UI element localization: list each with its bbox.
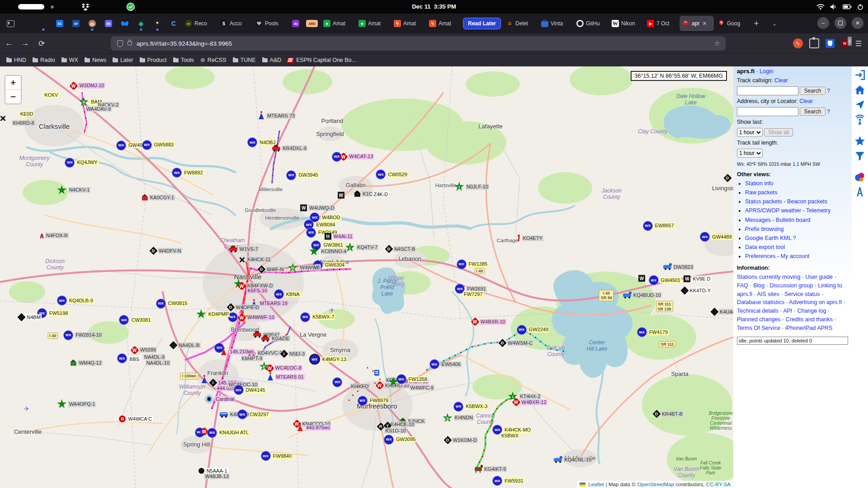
station-houseB-icon[interactable] xyxy=(354,193,360,197)
station-marker[interactable]: WM4Q-12 xyxy=(71,360,102,366)
station-bd-icon[interactable]: D xyxy=(443,436,452,444)
station-sign-icon[interactable] xyxy=(374,370,379,376)
station-wred-icon[interactable]: W xyxy=(471,317,480,326)
minimize-button[interactable]: – xyxy=(817,17,829,29)
station-marker[interactable]: DN4SCT-B xyxy=(386,246,416,252)
station-eye-icon[interactable] xyxy=(205,394,213,403)
station-marker[interactable]: K5BWX xyxy=(499,433,520,439)
station-van-icon[interactable] xyxy=(220,413,228,417)
station-wx-icon[interactable]: WX xyxy=(156,299,166,309)
address-search-button[interactable]: Search xyxy=(800,108,825,116)
browser-tab[interactable]: ◆ xyxy=(133,16,149,31)
browser-tab[interactable]: ARD xyxy=(304,16,320,31)
browser-tab[interactable]: WNikon xyxy=(609,16,643,31)
sidebar-link[interactable]: Telemetry xyxy=(806,207,830,214)
station-star-icon[interactable]: I xyxy=(345,243,355,253)
station-house-icon[interactable] xyxy=(142,197,148,201)
station-marker[interactable]: KD4PMP xyxy=(196,309,230,319)
browser-tab[interactable]: ϟAmat xyxy=(391,16,425,31)
browser-tab[interactable] xyxy=(117,16,132,31)
station-marker[interactable]: WXGW2249 xyxy=(517,325,549,335)
station-marker[interactable]: WXFW5198 xyxy=(37,308,69,318)
station-star-icon[interactable]: I xyxy=(454,182,464,192)
bookmark-item[interactable]: News xyxy=(85,57,106,63)
station-marker[interactable]: KK4TD-Y xyxy=(682,287,712,293)
station-marker[interactable]: KS1O-10 xyxy=(383,427,406,433)
license-link[interactable]: CC-BY-SA xyxy=(706,482,731,487)
station-marker[interactable]: KC8NNO-4 xyxy=(309,246,348,256)
activities-pill[interactable] xyxy=(18,4,44,9)
station-marker[interactable]: W4WFC-9 xyxy=(408,385,434,390)
sidebar-link[interactable]: Data export tool xyxy=(745,244,785,250)
tab-group-label[interactable]: Read Later xyxy=(463,18,501,29)
station-wx-icon[interactable]: WX xyxy=(57,296,67,305)
station-bd-icon[interactable]: I xyxy=(280,350,288,358)
station-marker[interactable]: W xyxy=(338,192,344,198)
power-icon[interactable] xyxy=(857,4,863,10)
station-marker[interactable]: N5AAA-1 xyxy=(198,468,228,474)
info-link[interactable]: Terms Of Service xyxy=(737,325,780,331)
station-car-icon[interactable] xyxy=(253,333,261,337)
sidebar-link[interactable]: Bulletin board xyxy=(776,217,810,223)
station-marker[interactable]: WXFW9840 xyxy=(261,451,293,461)
station-wx-icon[interactable]: WX xyxy=(517,325,527,335)
station-marker[interactable]: KO4ETY xyxy=(517,235,543,242)
info-link[interactable]: FAQ xyxy=(737,282,748,289)
station-ant-icon[interactable] xyxy=(258,112,265,119)
station-wx-icon[interactable]: WX xyxy=(286,170,296,180)
station-car-icon[interactable] xyxy=(272,146,280,150)
bookmark-item[interactable]: ESPN Capital One Bo... xyxy=(288,57,356,63)
station-wred-icon[interactable]: W xyxy=(339,152,348,161)
callsign-help-link[interactable]: ? xyxy=(827,88,830,94)
address-help-link[interactable]: ? xyxy=(827,108,830,115)
station-xb-icon[interactable] xyxy=(239,257,245,263)
sidebar-link[interactable]: Station info xyxy=(745,180,774,187)
station-marker[interactable]: WXCW0815 xyxy=(156,299,189,309)
show-last-select[interactable]: 1 hour xyxy=(737,128,763,137)
station-marker[interactable]: N4CKV-1 xyxy=(57,185,91,195)
station-marker[interactable]: N4BM xyxy=(19,314,42,320)
station-marker[interactable] xyxy=(201,376,208,383)
station-wx-icon[interactable]: WX xyxy=(637,327,647,337)
browser-tab[interactable]: +Amat xyxy=(321,16,355,31)
station-wx-icon[interactable]: WX xyxy=(396,374,406,384)
station-wx-icon[interactable]: WX xyxy=(300,312,310,322)
station-wx-icon[interactable]: WX xyxy=(172,168,182,178)
browser-tab[interactable]: ≡Delet xyxy=(503,16,538,31)
station-marker[interactable]: WX xyxy=(332,377,342,387)
info-link[interactable]: Database statistics xyxy=(737,299,784,305)
address-input[interactable] xyxy=(737,107,798,116)
station-truck-icon[interactable] xyxy=(663,265,671,269)
station-wx-icon[interactable]: WX xyxy=(116,141,126,150)
station-marker[interactable]: BBS xyxy=(127,357,140,362)
tab-list-chevron-icon[interactable]: ⌄ xyxy=(768,17,781,30)
station-marker[interactable]: WXCW3081 xyxy=(119,315,151,325)
station-person-icon[interactable] xyxy=(517,235,521,242)
station-wx-icon[interactable]: WX xyxy=(117,353,127,363)
station-marker[interactable]: WXFW1358 xyxy=(396,374,429,384)
station-bsq-icon[interactable]: W xyxy=(638,275,645,282)
station-star-icon[interactable] xyxy=(196,309,206,319)
callsign-search-button[interactable]: Search xyxy=(800,87,825,95)
station-bd-icon[interactable] xyxy=(18,313,26,321)
browser-tab[interactable]: 31 xyxy=(52,16,67,31)
station-marker[interactable]: IN0JLF-10 xyxy=(454,182,489,192)
station-wx-icon[interactable]: WX xyxy=(119,315,129,325)
station-marker[interactable]: DW4WCA C xyxy=(119,415,153,422)
browser-tab[interactable]: C xyxy=(166,16,181,31)
station-marker[interactable]: SKI4NDN xyxy=(443,413,474,423)
browser-tab[interactable] xyxy=(36,16,51,31)
station-car-icon[interactable] xyxy=(229,247,237,251)
station-marker[interactable]: HW4AI-11 xyxy=(325,233,354,240)
station-marker[interactable]: W4BJB-13 xyxy=(203,473,230,479)
info-link[interactable]: Change log xyxy=(797,308,826,314)
station-wx-icon[interactable]: WX xyxy=(261,451,271,461)
browser-tab[interactable]: GitHu xyxy=(574,16,608,31)
station-bd-icon[interactable]: D xyxy=(724,174,732,182)
bookmark-item[interactable]: Product xyxy=(140,57,167,63)
station-wred-icon[interactable]: W xyxy=(70,81,79,90)
station-marker[interactable]: WW4WWF-10 xyxy=(239,314,275,321)
station-bd-icon[interactable] xyxy=(169,341,177,349)
station-wx-icon[interactable]: WX xyxy=(63,330,73,340)
extension-bolt-icon[interactable]: ϟ xyxy=(793,38,803,48)
